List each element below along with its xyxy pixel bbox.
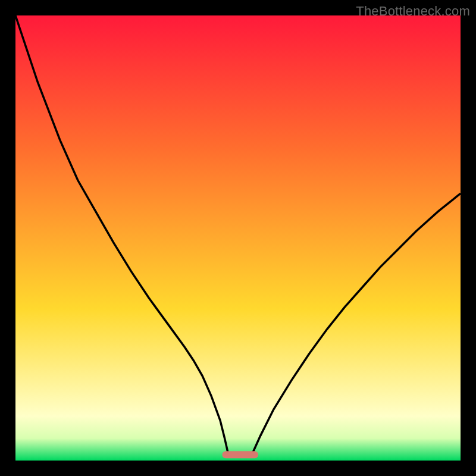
chart-frame (15, 15, 461, 461)
gradient-bg (15, 15, 461, 461)
plot-area (15, 15, 461, 461)
chart-svg (15, 15, 461, 461)
watermark-text: TheBottleneck.com (356, 4, 470, 19)
